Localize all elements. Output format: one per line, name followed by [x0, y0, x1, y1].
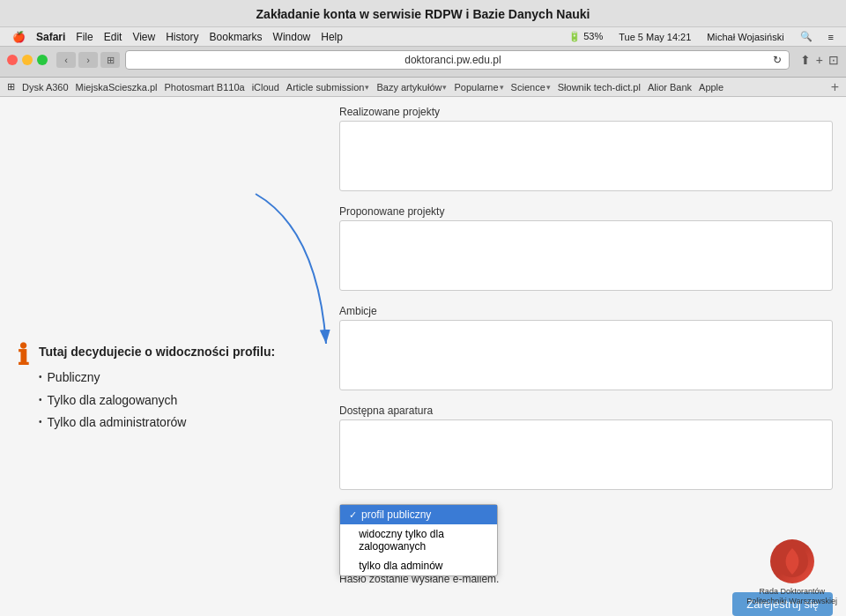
- option-label-2: widoczny tylko dla zalogowanych: [359, 528, 488, 553]
- menu-help[interactable]: Help: [321, 31, 343, 43]
- bullet-label-3: Tylko dla administratorów: [48, 412, 187, 434]
- option-label-1: profil publiczny: [361, 508, 431, 521]
- title-bar: Zakładanie konta w serwisie RDPW i Bazie…: [0, 0, 846, 27]
- realizowane-projekty-label: Realizowane projekty: [339, 106, 833, 118]
- list-icon[interactable]: ≡: [828, 32, 834, 42]
- spacer-icon-2: [349, 560, 354, 571]
- reload-button[interactable]: ↻: [773, 54, 782, 66]
- dropdown-option-zalogowanych[interactable]: widoczny tylko dla zalogowanych: [340, 524, 497, 556]
- bk-grid-icon[interactable]: ⊞: [7, 81, 15, 93]
- bk-article[interactable]: Article submission ▾: [286, 82, 370, 93]
- forward-button[interactable]: ›: [78, 52, 98, 68]
- proponowane-projekty-label: Proponowane projekty: [339, 205, 833, 218]
- bookmarks-bar: ⊞ Dysk A360 MiejskaScieszka.pl Photosmar…: [0, 78, 846, 97]
- menu-file[interactable]: File: [76, 31, 93, 43]
- menu-bookmarks[interactable]: Bookmarks: [210, 31, 263, 43]
- bk-dysk[interactable]: Dysk A360: [22, 82, 69, 93]
- user-name: Michał Wojasiński: [707, 32, 783, 42]
- menu-window[interactable]: Window: [273, 31, 311, 43]
- realizowane-projekty-input[interactable]: [339, 121, 833, 191]
- logo-line2: Politechniki Warszawskiej: [746, 597, 837, 607]
- content-wrapper: ℹ Tutaj decydujecie o widoczności profil…: [0, 97, 846, 616]
- nav-buttons: ‹ › ⊞: [56, 52, 120, 68]
- new-tab-button[interactable]: +: [816, 53, 823, 67]
- left-panel: ℹ Tutaj decydujecie o widoczności profil…: [0, 97, 326, 616]
- menu-history[interactable]: History: [166, 31, 198, 43]
- bk-miejska[interactable]: MiejskaScieszka.pl: [76, 82, 158, 93]
- dropdown-option-publiczny[interactable]: ✓ profil publiczny: [340, 505, 497, 524]
- bullet-zalogowanych: • Tylko dla zalogowanych: [39, 390, 275, 412]
- option-label-3: tylko dla adminów: [359, 560, 442, 572]
- logo-line1: Rada Doktorantów: [746, 587, 837, 597]
- check-icon: ✓: [349, 509, 357, 521]
- browser-actions: ⬆ + ⊡: [800, 53, 839, 67]
- tab-overview-button[interactable]: ⊞: [100, 52, 120, 68]
- minimize-button[interactable]: [22, 55, 33, 65]
- ambicje-group: Ambicje: [339, 305, 833, 394]
- browser-chrome: ‹ › ⊞ doktoranci.pw.edu.pl ↻ ⬆ + ⊡: [0, 47, 846, 78]
- battery-icon: 🔋 53%: [568, 31, 603, 42]
- bk-popularne[interactable]: Popularne ▾: [454, 82, 503, 93]
- tooltip-text: Tutaj decydujecie o widoczności profilu:…: [39, 341, 275, 434]
- logo: Rada Doktorantów Politechniki Warszawski…: [746, 539, 837, 607]
- dropdown-select[interactable]: ✓ profil publiczny widoczny tylko dla za…: [339, 504, 498, 576]
- bk-alior[interactable]: Alior Bank: [648, 82, 692, 93]
- traffic-lights: [7, 55, 48, 65]
- realizowane-projekty-group: Realizowane projekty: [339, 106, 833, 195]
- tooltip-title: Tutaj decydujecie o widoczności profilu:: [39, 341, 275, 363]
- bk-slownik[interactable]: Słownik tech-dict.pl: [558, 82, 641, 93]
- menu-edit[interactable]: Edit: [104, 31, 122, 43]
- datetime: Tue 5 May 14:21: [619, 32, 691, 42]
- dropdown-option-adminow[interactable]: tylko dla adminów: [340, 556, 497, 575]
- bk-photosmart[interactable]: Photosmart B110a: [165, 82, 245, 93]
- bullet-label-1: Publiczny: [48, 367, 100, 389]
- close-button[interactable]: [7, 55, 18, 65]
- menu-safari[interactable]: Safari: [36, 31, 65, 43]
- bk-apple[interactable]: Apple: [699, 82, 724, 93]
- proponowane-projekty-input[interactable]: [339, 220, 833, 291]
- sidebar-button[interactable]: ⊡: [828, 53, 839, 67]
- ambicje-label: Ambicje: [339, 305, 833, 317]
- proponowane-projekty-group: Proponowane projekty: [339, 205, 833, 294]
- logo-text: Rada Doktorantów Politechniki Warszawski…: [746, 587, 837, 607]
- bk-science[interactable]: Science ▾: [511, 82, 551, 93]
- search-icon[interactable]: 🔍: [800, 31, 813, 42]
- spacer-icon: [349, 535, 354, 545]
- page-title: Zakładanie konta w serwisie RDPW i Bazie…: [256, 7, 590, 21]
- bullet-administratorow: • Tylko dla administratorów: [39, 412, 275, 434]
- address-bar[interactable]: doktoranci.pw.edu.pl ↻: [125, 50, 790, 70]
- browser-top: ‹ › ⊞ doktoranci.pw.edu.pl ↻ ⬆ + ⊡: [7, 50, 839, 70]
- dostepna-aparatura-input[interactable]: [339, 419, 833, 490]
- dostepna-aparatura-label: Dostępna aparatura: [339, 404, 833, 417]
- ambicje-input[interactable]: [339, 320, 833, 390]
- maximize-button[interactable]: [37, 55, 48, 65]
- logo-icon: [770, 539, 814, 583]
- tooltip-icon: ℹ: [18, 341, 28, 434]
- bullet-label-2: Tylko dla zalogowanych: [48, 390, 178, 412]
- back-button[interactable]: ‹: [56, 52, 76, 68]
- url-text: doktoranci.pw.edu.pl: [133, 54, 773, 66]
- apple-menu[interactable]: 🍎: [12, 31, 26, 43]
- add-bookmark-button[interactable]: +: [831, 79, 839, 95]
- menu-bar: 🍎 Safari File Edit View History Bookmark…: [0, 27, 846, 47]
- bk-bazy[interactable]: Bazy artykułów ▾: [376, 82, 447, 93]
- menu-view[interactable]: View: [132, 31, 155, 43]
- tooltip-box: ℹ Tutaj decydujecie o widoczności profil…: [18, 341, 275, 434]
- dostepna-aparatura-group: Dostępna aparatura: [339, 404, 833, 494]
- share-button[interactable]: ⬆: [800, 53, 811, 67]
- bullet-publiczny: • Publiczny: [39, 367, 275, 389]
- bk-icloud[interactable]: iCloud: [252, 82, 279, 93]
- menu-bar-right: 🔋 53% Tue 5 May 14:21 Michał Wojasiński …: [563, 31, 839, 42]
